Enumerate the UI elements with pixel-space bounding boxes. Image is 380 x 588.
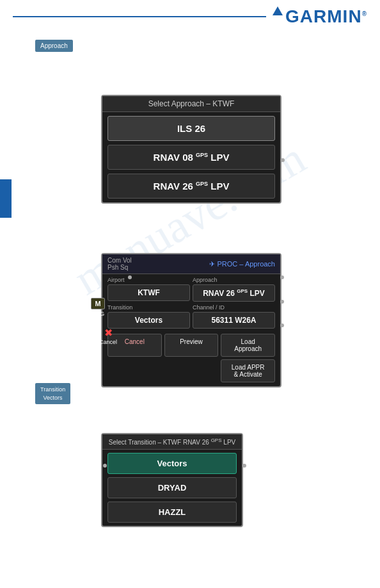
load-approach-button[interactable]: Load Approach bbox=[221, 334, 275, 357]
airport-value[interactable]: KTWF bbox=[107, 284, 190, 301]
cancel-label: Cancel bbox=[99, 339, 117, 345]
airport-cell: Airport KTWF bbox=[107, 277, 190, 302]
channel-cell: Channel / ID 56311 W26A bbox=[193, 304, 275, 329]
connector-dot-panel1 bbox=[281, 158, 285, 162]
cancel-indicator: ✖ Cancel bbox=[99, 327, 117, 345]
msg-box: M bbox=[91, 298, 105, 309]
cancel-icon: ✖ bbox=[104, 327, 113, 339]
transition-label: Transition bbox=[107, 304, 190, 311]
select-approach-panel: Select Approach – KTWF ILS 26 RNAV 08 GP… bbox=[101, 95, 281, 204]
proc-approach-panel: Com VolPsh Sq ✈ PROC – Approach Airport … bbox=[101, 253, 281, 388]
com-vol-label: Com VolPsh Sq bbox=[107, 257, 132, 271]
transition-vectors-button[interactable]: Transition Vectors bbox=[35, 383, 70, 404]
transition-panel-title: Select Transition – KTWF RNAV 26 GPS LPV bbox=[102, 434, 242, 450]
proc-approach-title: ✈ PROC – Approach bbox=[209, 260, 276, 268]
msg-indicator: M MSG bbox=[91, 298, 105, 317]
approach-item-ils26[interactable]: ILS 26 bbox=[107, 116, 275, 141]
approach-label: Approach bbox=[193, 277, 275, 283]
rnav26-text: RNAV 26 GPS LPV bbox=[154, 181, 230, 192]
panel1-title: Select Approach – KTWF bbox=[102, 96, 280, 112]
connector-dot-channel bbox=[280, 300, 284, 304]
connector-dot-load bbox=[280, 323, 284, 327]
garmin-triangle-icon bbox=[273, 6, 283, 15]
blue-sidebar bbox=[0, 179, 12, 218]
approach-item-rnav26[interactable]: RNAV 26 GPS LPV bbox=[107, 174, 275, 199]
approach-item-rnav08[interactable]: RNAV 08 GPS LPV bbox=[107, 145, 275, 170]
msg-letter: M bbox=[95, 300, 100, 307]
select-transition-panel: Select Transition – KTWF RNAV 26 GPS LPV… bbox=[101, 433, 243, 527]
connector-dot-approach bbox=[280, 275, 284, 279]
plane-icon: ✈ bbox=[209, 260, 215, 268]
garmin-logo: GARMIN® bbox=[285, 6, 367, 27]
approach-value[interactable]: RNAV 26 GPS LPV bbox=[193, 284, 275, 302]
transition-item-dryad[interactable]: DRYAD bbox=[107, 477, 237, 498]
proc-buttons: Cancel Preview Load Approach Load APPR &… bbox=[102, 331, 280, 386]
transition-cell: Transition Vectors bbox=[107, 304, 190, 329]
msg-label: MSG bbox=[91, 311, 105, 317]
airport-label: Airport bbox=[107, 277, 190, 283]
proc-grid: Airport KTWF Approach RNAV 26 GPS LPV Tr… bbox=[102, 274, 280, 331]
rnav08-text: RNAV 08 GPS LPV bbox=[154, 152, 230, 163]
transition-value[interactable]: Vectors bbox=[107, 312, 190, 329]
channel-value[interactable]: 56311 W26A bbox=[193, 312, 275, 329]
approach-button[interactable]: Approach bbox=[35, 40, 73, 52]
header-line bbox=[13, 16, 266, 17]
connector-dot-airport bbox=[128, 275, 132, 279]
preview-button[interactable]: Preview bbox=[164, 334, 219, 357]
connector-dot-vectors bbox=[103, 464, 107, 468]
transition-item-hazzl[interactable]: HAZZL bbox=[107, 502, 237, 523]
transition-item-vectors[interactable]: Vectors bbox=[107, 453, 237, 474]
connector-dot-transition-right bbox=[242, 464, 246, 468]
proc-title-bar: Com VolPsh Sq ✈ PROC – Approach bbox=[102, 254, 280, 274]
header: GARMIN® bbox=[0, 6, 380, 27]
channel-label: Channel / ID bbox=[193, 304, 275, 311]
load-activate-button[interactable]: Load APPR & Activate bbox=[221, 359, 275, 382]
approach-cell: Approach RNAV 26 GPS LPV bbox=[193, 277, 275, 302]
